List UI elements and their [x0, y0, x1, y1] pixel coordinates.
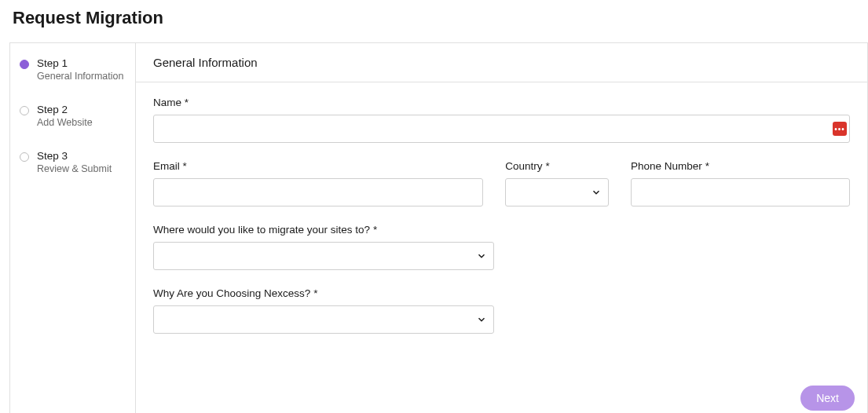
step-dot-active	[20, 60, 29, 69]
password-manager-icon[interactable]: •••	[833, 122, 847, 136]
chevron-down-icon	[476, 250, 487, 261]
step-label: Step 1	[37, 57, 123, 69]
migrate-to-select[interactable]	[153, 242, 494, 270]
phone-input[interactable]	[631, 178, 850, 206]
form-body: Name * ••• Email * Country *	[136, 82, 867, 351]
next-button[interactable]: Next	[800, 386, 855, 411]
country-select[interactable]	[505, 178, 609, 206]
name-input[interactable]	[153, 115, 850, 143]
country-label: Country *	[505, 160, 609, 172]
step-label: Step 2	[37, 104, 93, 115]
sidebar-step-1[interactable]: Step 1 General Information	[20, 57, 126, 82]
email-label: Email *	[153, 160, 483, 172]
steps-sidebar: Step 1 General Information Step 2 Add We…	[10, 43, 136, 413]
why-nexcess-select[interactable]	[153, 305, 494, 334]
sidebar-step-2[interactable]: Step 2 Add Website	[20, 104, 126, 128]
step-label: Step 3	[37, 150, 112, 162]
step-sublabel: General Information	[37, 71, 123, 82]
section-header: General Information	[136, 43, 867, 82]
chevron-down-icon	[476, 314, 487, 325]
email-input[interactable]	[153, 178, 483, 206]
step-dot	[20, 152, 29, 162]
wizard-container: Step 1 General Information Step 2 Add We…	[9, 42, 868, 413]
step-dot	[20, 106, 29, 115]
step-sublabel: Add Website	[37, 117, 93, 128]
migrate-to-label: Where would you like to migrate your sit…	[153, 224, 850, 236]
phone-label: Phone Number *	[631, 160, 850, 172]
why-nexcess-label: Why Are you Choosing Nexcess? *	[153, 287, 850, 299]
form-main: General Information Name * ••• Email *	[136, 43, 867, 413]
page-title: Request Migration	[0, 0, 868, 42]
step-sublabel: Review & Submit	[37, 163, 112, 174]
sidebar-step-3[interactable]: Step 3 Review & Submit	[20, 150, 126, 174]
chevron-down-icon	[591, 187, 602, 198]
name-label: Name *	[153, 97, 850, 108]
